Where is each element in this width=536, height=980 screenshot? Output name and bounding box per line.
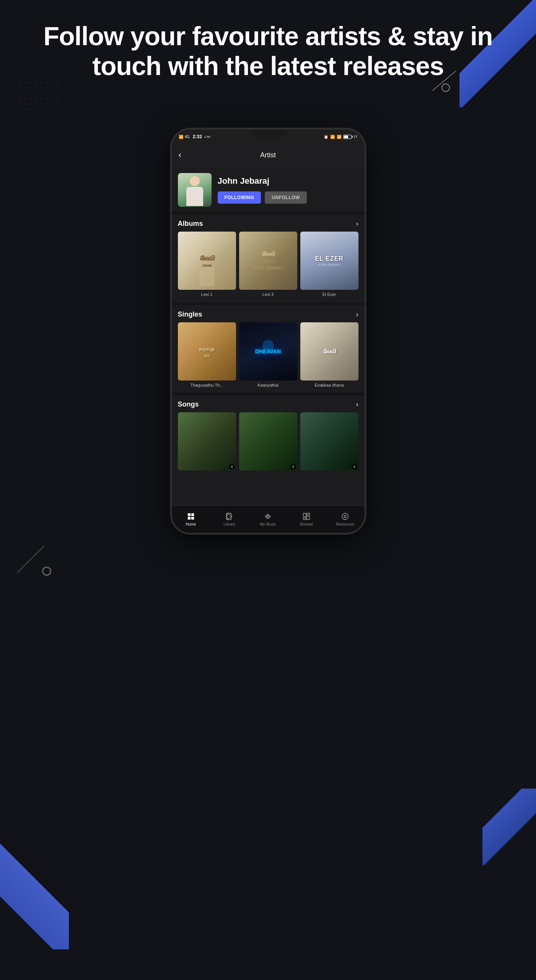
library-icon (225, 512, 234, 521)
svg-rect-11 (307, 513, 310, 515)
bottom-nav: Home Library (172, 505, 365, 533)
nav-item-resources[interactable]: Resources (326, 512, 365, 526)
bg-line-right (17, 546, 44, 573)
signal-type: 4G (185, 135, 190, 139)
silhouette-body (186, 187, 203, 206)
battery-level: 27 (354, 135, 357, 139)
nav-label-mymusic: My Music (260, 522, 276, 526)
single-item-enakka[interactable]: லேவி Enakkaa Ithana (300, 322, 358, 387)
singles-title: Singles (178, 310, 202, 318)
nav-label-home: Home (186, 522, 196, 526)
header-line2: touch with the latest releases (92, 51, 444, 80)
svg-point-14 (342, 513, 349, 520)
person-silhouette (183, 176, 206, 207)
svg-rect-12 (307, 516, 310, 519)
songs-arrow[interactable]: › (356, 400, 358, 408)
album-item-levi3[interactable]: லேவிPART 3JOHN JEBARAJ Levi 3 (239, 232, 297, 297)
album-name-levi1: Levi 1 (201, 292, 212, 297)
svg-point-8 (266, 516, 267, 517)
artist-buttons: FOLLOWING UNFOLLOW (218, 191, 358, 204)
back-button[interactable]: ‹ (179, 150, 181, 160)
phone-screen: ‹ Artist John Jebaraj FOLLOWING UNFOLLO (172, 144, 365, 533)
bg-blue-strip-br (482, 789, 536, 865)
album-cover-levi3: லேவிPART 3JOHN JEBARAJ (239, 232, 297, 290)
songs-row: 4 4 4 (172, 412, 365, 474)
album-name-elezer: El Ezer (323, 292, 336, 297)
battery-icon (343, 135, 352, 139)
svg-rect-13 (303, 518, 306, 520)
phone-mockup: 📶 4G 2:32 2.50 ⏰ 📶 📶 27 ‹ Artist (171, 128, 366, 534)
home-icon (187, 512, 195, 521)
battery-fill (344, 136, 348, 138)
svg-rect-2 (188, 517, 191, 519)
browse-icon (302, 512, 311, 521)
album-name-levi3: Levi 3 (262, 292, 274, 297)
song-count-2: 4 (290, 464, 295, 469)
svg-rect-3 (191, 517, 194, 519)
artist-name: John Jebaraj (218, 176, 358, 186)
single-name-kaari: Kaariyathai (257, 383, 279, 387)
singles-section-header: Singles › (172, 305, 365, 322)
kb-display: 2.50 (204, 135, 210, 139)
wifi-icon: 📶 (330, 135, 335, 139)
svg-point-7 (267, 514, 269, 516)
header-line1: Follow your favourite artists & stay in (44, 21, 493, 51)
bg-circle-tr (442, 83, 450, 92)
unfollow-button[interactable]: UNFOLLOW (265, 191, 306, 204)
wifi-icon2: 📶 (337, 135, 341, 139)
nav-label-browse: Browse (300, 522, 313, 526)
svg-rect-10 (303, 513, 306, 517)
song-item-1[interactable]: 4 (178, 412, 236, 470)
artist-info: John Jebaraj FOLLOWING UNFOLLOW (218, 176, 358, 204)
phone-frame: 📶 4G 2:32 2.50 ⏰ 📶 📶 27 ‹ Artist (171, 128, 366, 534)
signal-icon: 📶 (179, 135, 183, 139)
song-count-3: 4 (352, 464, 357, 469)
singles-arrow[interactable]: › (356, 310, 358, 318)
song-cover-3: 4 (300, 412, 358, 470)
nav-item-mymusic[interactable]: My Music (249, 512, 287, 526)
single-name-enakka: Enakkaa Ithana (314, 383, 344, 387)
artist-photo (178, 173, 212, 207)
mymusic-icon (264, 512, 272, 521)
songs-section-header: Songs › (172, 395, 365, 412)
phone-notch (251, 129, 285, 137)
song-item-2[interactable]: 4 (239, 412, 297, 470)
resources-icon (341, 512, 349, 521)
single-name-thagu: Thaguvadhu Th... (190, 383, 223, 387)
albums-row: லேவி JOHN Levi 1 லேவிPART 3JOHN JEBARAJ (172, 232, 365, 303)
bg-circle-right (42, 567, 51, 576)
nav-title: Artist (260, 151, 276, 159)
album-item-elezer[interactable]: EL EZER JOHN JEBARAJ El Ezer (300, 232, 358, 297)
nav-item-library[interactable]: Library (210, 512, 249, 526)
albums-section-header: Albums › (172, 214, 365, 232)
single-item-kaari[interactable]: DHEAVAN Kaariyathai (239, 322, 297, 387)
nav-label-library: Library (223, 522, 235, 526)
single-item-thagu[interactable]: தகுவதுஒரு Thaguvadhu Th... (178, 322, 236, 387)
nav-item-home[interactable]: Home (172, 512, 210, 526)
song-cover-1: 4 (178, 412, 236, 470)
single-cover-enakka: லேவி (300, 322, 358, 381)
following-button[interactable]: FOLLOWING (218, 191, 261, 204)
album-cover-elezer: EL EZER JOHN JEBARAJ (300, 232, 358, 290)
silhouette-head (190, 176, 200, 186)
album-item-levi1[interactable]: லேவி JOHN Levi 1 (178, 232, 236, 297)
svg-point-15 (344, 515, 346, 518)
single-cover-kaari: DHEAVAN (239, 322, 297, 381)
singles-row: தகுவதுஒரு Thaguvadhu Th... DHEAVAN Kaari… (172, 322, 365, 393)
bg-blue-strip-bl (0, 842, 69, 949)
status-right: ⏰ 📶 📶 27 (324, 135, 357, 139)
song-cover-2: 4 (239, 412, 297, 470)
nav-label-resources: Resources (336, 522, 354, 526)
status-left: 📶 4G 2:32 2.50 (179, 134, 210, 139)
single-cover-thagu: தகுவதுஒரு (178, 322, 236, 381)
songs-title: Songs (178, 400, 199, 408)
albums-arrow[interactable]: › (356, 220, 358, 228)
artist-section: John Jebaraj FOLLOWING UNFOLLOW (172, 166, 365, 212)
top-nav-bar: ‹ Artist (172, 144, 365, 166)
song-item-3[interactable]: 4 (300, 412, 358, 470)
header-text: Follow your favourite artists & stay in … (0, 21, 536, 81)
nav-item-browse[interactable]: Browse (287, 512, 326, 526)
svg-rect-0 (188, 513, 191, 516)
alarm-icon: ⏰ (324, 135, 328, 139)
time-display: 2:32 (193, 134, 202, 139)
